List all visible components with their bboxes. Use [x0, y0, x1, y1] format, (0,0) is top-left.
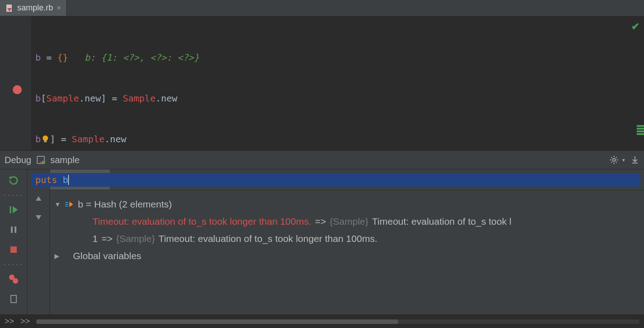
svg-rect-26 [11, 295, 16, 303]
variable-value: Timeout: evaluation of to_s took l [372, 213, 511, 230]
editor-gutter[interactable] [0, 16, 32, 150]
text-cursor [68, 175, 69, 185]
mute-breakpoints-button[interactable] [6, 292, 21, 306]
expand-arrow-icon[interactable]: ▶ [54, 247, 59, 265]
svg-rect-23 [10, 246, 17, 253]
intention-bulb-icon[interactable] [41, 135, 50, 144]
debug-title: Debug [5, 155, 31, 165]
console-prompt[interactable]: >> [20, 317, 30, 326]
svg-marker-30 [36, 215, 41, 220]
variable-label: Global variables [73, 247, 141, 265]
svg-point-2 [43, 135, 48, 141]
scrollbar-thumb[interactable] [36, 319, 398, 324]
svg-rect-22 [15, 227, 16, 233]
inline-hint: b: {1: <?>, <?>: <?>} [68, 51, 199, 64]
code-area[interactable]: b = {} b: {1: <?>, <?>: <?>} b[Sample.ne… [32, 16, 644, 150]
svg-marker-20 [13, 206, 18, 213]
close-tab-icon[interactable]: × [57, 4, 61, 12]
variable-key: Timeout: evaluation of to_s took longer … [93, 213, 312, 230]
variable-child[interactable]: Timeout: evaluation of to_s took longer … [54, 213, 639, 230]
variable-node[interactable]: ▶ Global variables [54, 247, 639, 265]
toolwindow-toggle[interactable]: >> [5, 317, 14, 326]
code-token: b [35, 51, 41, 64]
rerun-button[interactable] [6, 173, 21, 188]
file-tab-label: sample.rb [17, 3, 53, 13]
view-breakpoints-button[interactable] [6, 272, 21, 286]
variable-value: Timeout: evaluation of to_s took longer … [158, 230, 377, 247]
variable-type: {Sample} [116, 230, 155, 247]
separator: • • • • • [4, 262, 23, 266]
separator: • • • • • [4, 193, 23, 197]
horizontal-scrollbar[interactable] [36, 319, 639, 324]
current-execution-line: puts b [32, 173, 640, 187]
debug-left-toolbar: • • • • • • • • • • [0, 169, 27, 314]
error-stripe[interactable] [637, 125, 644, 136]
code-editor[interactable]: b = {} b: {1: <?>, <?>: <?>} b[Sample.ne… [0, 16, 644, 150]
variable-type: {Sample} [330, 213, 368, 230]
bottom-strip: >> >> [0, 314, 644, 328]
svg-point-25 [13, 278, 18, 284]
resume-button[interactable] [6, 203, 21, 217]
svg-rect-21 [11, 227, 13, 233]
pause-button[interactable] [6, 222, 21, 237]
variable-key: 1 [93, 230, 98, 247]
inspection-ok-icon[interactable]: ✔ [631, 21, 639, 33]
editor-tab-bar: sample.rb × [0, 0, 644, 16]
stop-button[interactable] [6, 242, 21, 257]
ruby-file-icon [5, 4, 14, 12]
breakpoint-marker[interactable] [13, 85, 22, 94]
file-tab[interactable]: sample.rb × [0, 0, 67, 16]
svg-rect-3 [44, 140, 47, 142]
variable-child[interactable]: 1 => {Sample} Timeout: evaluation of to_… [54, 230, 639, 247]
